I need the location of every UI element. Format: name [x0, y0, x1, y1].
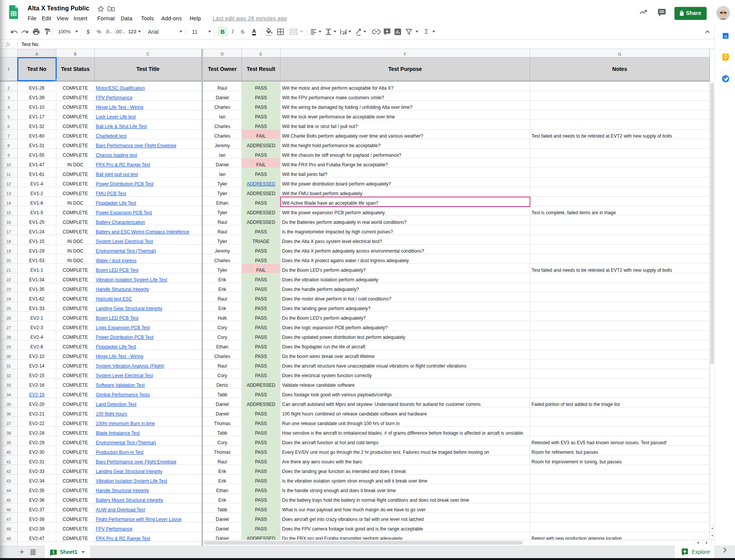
svg-text:1: 1: [52, 550, 55, 554]
svg-text:31: 31: [724, 34, 728, 38]
